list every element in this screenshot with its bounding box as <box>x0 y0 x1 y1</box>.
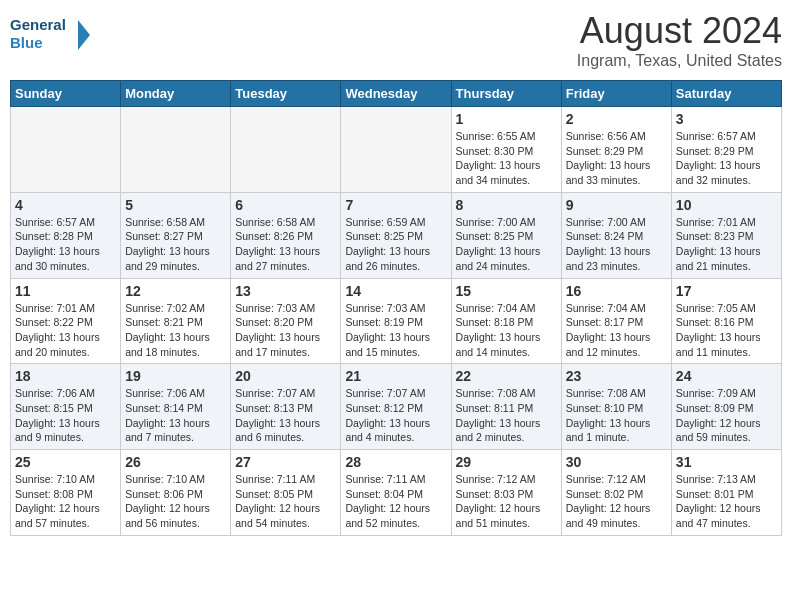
table-cell: 23Sunrise: 7:08 AM Sunset: 8:10 PM Dayli… <box>561 364 671 450</box>
day-number: 17 <box>676 283 777 299</box>
table-cell: 13Sunrise: 7:03 AM Sunset: 8:20 PM Dayli… <box>231 278 341 364</box>
day-info: Sunrise: 7:13 AM Sunset: 8:01 PM Dayligh… <box>676 472 777 531</box>
day-number: 4 <box>15 197 116 213</box>
col-tuesday: Tuesday <box>231 81 341 107</box>
day-number: 14 <box>345 283 446 299</box>
table-cell: 4Sunrise: 6:57 AM Sunset: 8:28 PM Daylig… <box>11 192 121 278</box>
svg-text:General: General <box>10 16 66 33</box>
day-number: 12 <box>125 283 226 299</box>
day-info: Sunrise: 7:06 AM Sunset: 8:14 PM Dayligh… <box>125 386 226 445</box>
day-info: Sunrise: 7:12 AM Sunset: 8:03 PM Dayligh… <box>456 472 557 531</box>
day-info: Sunrise: 6:57 AM Sunset: 8:28 PM Dayligh… <box>15 215 116 274</box>
table-cell: 19Sunrise: 7:06 AM Sunset: 8:14 PM Dayli… <box>121 364 231 450</box>
day-info: Sunrise: 7:12 AM Sunset: 8:02 PM Dayligh… <box>566 472 667 531</box>
table-cell: 18Sunrise: 7:06 AM Sunset: 8:15 PM Dayli… <box>11 364 121 450</box>
subtitle: Ingram, Texas, United States <box>577 52 782 70</box>
day-info: Sunrise: 7:11 AM Sunset: 8:04 PM Dayligh… <box>345 472 446 531</box>
day-info: Sunrise: 6:55 AM Sunset: 8:30 PM Dayligh… <box>456 129 557 188</box>
table-cell: 11Sunrise: 7:01 AM Sunset: 8:22 PM Dayli… <box>11 278 121 364</box>
col-saturday: Saturday <box>671 81 781 107</box>
day-number: 6 <box>235 197 336 213</box>
logo: General Blue <box>10 10 90 60</box>
day-number: 27 <box>235 454 336 470</box>
svg-marker-2 <box>78 20 90 50</box>
table-cell: 3Sunrise: 6:57 AM Sunset: 8:29 PM Daylig… <box>671 107 781 193</box>
col-thursday: Thursday <box>451 81 561 107</box>
table-cell: 27Sunrise: 7:11 AM Sunset: 8:05 PM Dayli… <box>231 450 341 536</box>
day-info: Sunrise: 7:06 AM Sunset: 8:15 PM Dayligh… <box>15 386 116 445</box>
day-number: 1 <box>456 111 557 127</box>
day-info: Sunrise: 7:04 AM Sunset: 8:17 PM Dayligh… <box>566 301 667 360</box>
day-number: 29 <box>456 454 557 470</box>
col-wednesday: Wednesday <box>341 81 451 107</box>
table-cell: 28Sunrise: 7:11 AM Sunset: 8:04 PM Dayli… <box>341 450 451 536</box>
table-cell: 2Sunrise: 6:56 AM Sunset: 8:29 PM Daylig… <box>561 107 671 193</box>
day-number: 30 <box>566 454 667 470</box>
day-info: Sunrise: 7:11 AM Sunset: 8:05 PM Dayligh… <box>235 472 336 531</box>
table-cell: 9Sunrise: 7:00 AM Sunset: 8:24 PM Daylig… <box>561 192 671 278</box>
day-info: Sunrise: 7:05 AM Sunset: 8:16 PM Dayligh… <box>676 301 777 360</box>
day-number: 19 <box>125 368 226 384</box>
title-section: August 2024 Ingram, Texas, United States <box>577 10 782 70</box>
day-number: 2 <box>566 111 667 127</box>
col-friday: Friday <box>561 81 671 107</box>
table-cell: 31Sunrise: 7:13 AM Sunset: 8:01 PM Dayli… <box>671 450 781 536</box>
day-info: Sunrise: 7:07 AM Sunset: 8:12 PM Dayligh… <box>345 386 446 445</box>
day-info: Sunrise: 7:08 AM Sunset: 8:10 PM Dayligh… <box>566 386 667 445</box>
table-cell: 20Sunrise: 7:07 AM Sunset: 8:13 PM Dayli… <box>231 364 341 450</box>
table-cell: 8Sunrise: 7:00 AM Sunset: 8:25 PM Daylig… <box>451 192 561 278</box>
col-sunday: Sunday <box>11 81 121 107</box>
table-cell: 15Sunrise: 7:04 AM Sunset: 8:18 PM Dayli… <box>451 278 561 364</box>
logo-svg: General Blue <box>10 10 90 60</box>
day-number: 21 <box>345 368 446 384</box>
col-monday: Monday <box>121 81 231 107</box>
svg-text:Blue: Blue <box>10 34 43 51</box>
day-info: Sunrise: 7:10 AM Sunset: 8:08 PM Dayligh… <box>15 472 116 531</box>
day-info: Sunrise: 6:59 AM Sunset: 8:25 PM Dayligh… <box>345 215 446 274</box>
table-cell <box>11 107 121 193</box>
page-header: General Blue August 2024 Ingram, Texas, … <box>10 10 782 70</box>
table-cell: 17Sunrise: 7:05 AM Sunset: 8:16 PM Dayli… <box>671 278 781 364</box>
day-info: Sunrise: 7:08 AM Sunset: 8:11 PM Dayligh… <box>456 386 557 445</box>
day-info: Sunrise: 7:00 AM Sunset: 8:24 PM Dayligh… <box>566 215 667 274</box>
table-cell: 5Sunrise: 6:58 AM Sunset: 8:27 PM Daylig… <box>121 192 231 278</box>
day-number: 25 <box>15 454 116 470</box>
day-info: Sunrise: 7:01 AM Sunset: 8:23 PM Dayligh… <box>676 215 777 274</box>
day-number: 16 <box>566 283 667 299</box>
day-number: 15 <box>456 283 557 299</box>
day-number: 9 <box>566 197 667 213</box>
day-info: Sunrise: 6:58 AM Sunset: 8:27 PM Dayligh… <box>125 215 226 274</box>
day-number: 7 <box>345 197 446 213</box>
day-info: Sunrise: 6:57 AM Sunset: 8:29 PM Dayligh… <box>676 129 777 188</box>
day-info: Sunrise: 6:58 AM Sunset: 8:26 PM Dayligh… <box>235 215 336 274</box>
table-cell: 7Sunrise: 6:59 AM Sunset: 8:25 PM Daylig… <box>341 192 451 278</box>
day-number: 31 <box>676 454 777 470</box>
table-cell: 16Sunrise: 7:04 AM Sunset: 8:17 PM Dayli… <box>561 278 671 364</box>
table-cell: 29Sunrise: 7:12 AM Sunset: 8:03 PM Dayli… <box>451 450 561 536</box>
day-info: Sunrise: 7:10 AM Sunset: 8:06 PM Dayligh… <box>125 472 226 531</box>
day-number: 24 <box>676 368 777 384</box>
table-cell: 26Sunrise: 7:10 AM Sunset: 8:06 PM Dayli… <box>121 450 231 536</box>
table-cell: 6Sunrise: 6:58 AM Sunset: 8:26 PM Daylig… <box>231 192 341 278</box>
day-info: Sunrise: 7:00 AM Sunset: 8:25 PM Dayligh… <box>456 215 557 274</box>
day-info: Sunrise: 7:07 AM Sunset: 8:13 PM Dayligh… <box>235 386 336 445</box>
table-cell: 30Sunrise: 7:12 AM Sunset: 8:02 PM Dayli… <box>561 450 671 536</box>
week-row-5: 25Sunrise: 7:10 AM Sunset: 8:08 PM Dayli… <box>11 450 782 536</box>
day-number: 20 <box>235 368 336 384</box>
day-number: 10 <box>676 197 777 213</box>
day-info: Sunrise: 7:04 AM Sunset: 8:18 PM Dayligh… <box>456 301 557 360</box>
day-info: Sunrise: 7:01 AM Sunset: 8:22 PM Dayligh… <box>15 301 116 360</box>
table-cell: 22Sunrise: 7:08 AM Sunset: 8:11 PM Dayli… <box>451 364 561 450</box>
table-cell: 24Sunrise: 7:09 AM Sunset: 8:09 PM Dayli… <box>671 364 781 450</box>
day-number: 13 <box>235 283 336 299</box>
table-cell <box>121 107 231 193</box>
day-number: 5 <box>125 197 226 213</box>
table-cell: 21Sunrise: 7:07 AM Sunset: 8:12 PM Dayli… <box>341 364 451 450</box>
day-info: Sunrise: 7:03 AM Sunset: 8:19 PM Dayligh… <box>345 301 446 360</box>
table-cell: 1Sunrise: 6:55 AM Sunset: 8:30 PM Daylig… <box>451 107 561 193</box>
day-number: 26 <box>125 454 226 470</box>
calendar-table: Sunday Monday Tuesday Wednesday Thursday… <box>10 80 782 536</box>
day-number: 8 <box>456 197 557 213</box>
day-number: 22 <box>456 368 557 384</box>
day-info: Sunrise: 6:56 AM Sunset: 8:29 PM Dayligh… <box>566 129 667 188</box>
